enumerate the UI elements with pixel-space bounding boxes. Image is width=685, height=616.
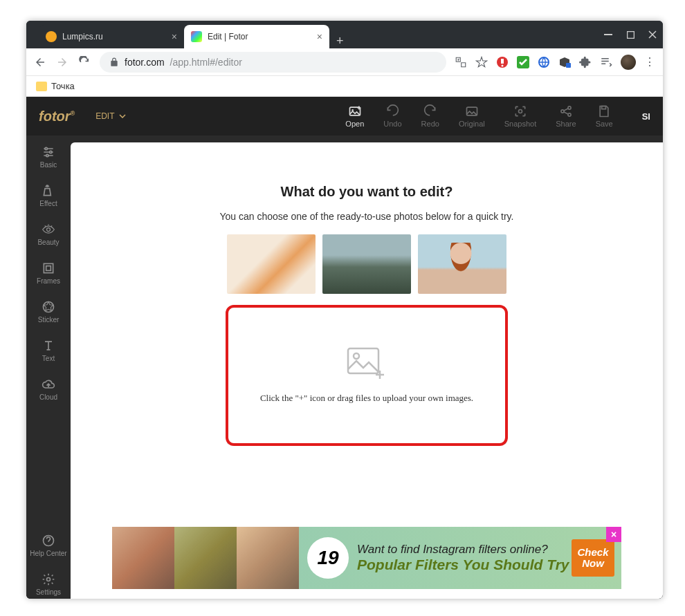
- ext-shield-icon[interactable]: [496, 56, 509, 68]
- sidebar-item-help[interactable]: Help Center: [26, 531, 71, 560]
- svg-point-4: [502, 64, 504, 66]
- reading-list-icon[interactable]: [600, 56, 612, 68]
- mode-selector[interactable]: EDIT: [95, 111, 125, 121]
- svg-rect-7: [566, 63, 571, 68]
- bookmark-tochka[interactable]: Точка: [51, 81, 75, 91]
- minimize-button[interactable]: [603, 30, 613, 39]
- extensions-button[interactable]: [579, 56, 592, 68]
- tool-row: Open Undo Redo Original Snapshot Share S…: [345, 104, 650, 128]
- sample-row: [98, 234, 635, 294]
- ad-line-2: Popular Filters You Should Try: [357, 557, 572, 573]
- redo-button[interactable]: Redo: [421, 104, 439, 128]
- ext-globe-icon[interactable]: [538, 56, 550, 68]
- sample-photo-portrait[interactable]: [418, 234, 506, 294]
- maximize-button[interactable]: [625, 30, 635, 39]
- sample-photo-donuts[interactable]: [227, 234, 316, 294]
- close-window-button[interactable]: [648, 30, 657, 39]
- tab-title: Lumpics.ru: [62, 32, 103, 41]
- svg-point-17: [50, 151, 52, 153]
- ad-number: 19: [307, 537, 349, 579]
- sidebar-item-text[interactable]: Text: [26, 336, 71, 365]
- close-icon[interactable]: ×: [317, 31, 322, 42]
- star-icon[interactable]: [475, 56, 488, 68]
- welcome-subtext: You can choose one of the ready-to-use p…: [98, 211, 635, 222]
- sidebar-item-cloud[interactable]: Cloud: [26, 375, 71, 404]
- url-host: fotor.com: [125, 57, 165, 68]
- close-icon[interactable]: ×: [172, 31, 177, 42]
- snapshot-button[interactable]: Snapshot: [504, 104, 536, 128]
- sign-in-link[interactable]: SI: [642, 111, 650, 122]
- menu-button[interactable]: ⋮: [644, 55, 656, 68]
- ad-face-3: [237, 527, 299, 589]
- svg-point-16: [45, 147, 47, 149]
- fotor-logo[interactable]: fotor®: [39, 109, 75, 124]
- ad-close-button[interactable]: ×: [606, 527, 621, 542]
- extensions-row: ⋮: [455, 55, 656, 70]
- browser-window: Lumpics.ru × Edit | Fotor × + fotor.com/…: [26, 21, 663, 599]
- svg-point-19: [47, 228, 51, 232]
- svg-rect-0: [604, 34, 612, 35]
- tab-lumpics[interactable]: Lumpics.ru ×: [39, 25, 184, 48]
- url-path: /app.html#/editor: [170, 57, 242, 68]
- ad-container: 19 Want to find Instagram filters online…: [71, 527, 663, 592]
- tab-fotor[interactable]: Edit | Fotor ×: [184, 25, 329, 48]
- svg-point-24: [47, 578, 51, 581]
- mode-label: EDIT: [95, 111, 114, 121]
- ad-cta-button[interactable]: Check Now: [572, 539, 614, 577]
- svg-point-11: [519, 110, 522, 113]
- svg-rect-25: [348, 348, 378, 373]
- favicon-fotor: [191, 31, 202, 42]
- ext-cube-icon[interactable]: [558, 56, 571, 68]
- sidebar-item-basic[interactable]: Basic: [26, 142, 71, 171]
- lock-icon: [109, 57, 119, 67]
- reload-button[interactable]: [77, 56, 91, 68]
- folder-icon: [36, 82, 47, 91]
- svg-rect-15: [602, 106, 606, 109]
- titlebar: Lumpics.ru × Edit | Fotor × +: [26, 21, 663, 48]
- sample-photo-landscape[interactable]: [322, 234, 411, 294]
- original-button[interactable]: Original: [459, 104, 485, 128]
- upload-image-icon: [347, 347, 387, 380]
- app-toolbar: fotor® EDIT Open Undo Redo Original Snap…: [26, 97, 663, 136]
- upload-dropzone[interactable]: Click the "+" icon or drag files to uplo…: [227, 306, 506, 445]
- new-tab-button[interactable]: +: [329, 34, 351, 48]
- ad-face-2: [174, 527, 237, 589]
- translate-icon[interactable]: [455, 56, 467, 68]
- sidebar-item-frames[interactable]: Frames: [26, 259, 71, 288]
- svg-rect-3: [501, 59, 504, 64]
- ad-line-1: Want to find Instagram filters online?: [357, 543, 572, 557]
- svg-rect-20: [44, 263, 53, 272]
- ad-face-1: [112, 527, 174, 589]
- save-button[interactable]: Save: [596, 104, 613, 128]
- address-bar: fotor.com/app.html#/editor ⋮: [26, 48, 663, 76]
- ad-text: Want to find Instagram filters online? P…: [357, 543, 572, 573]
- app-body: Basic Effect Beauty Frames Sticker Text …: [26, 136, 663, 599]
- ext-check-icon[interactable]: [517, 56, 529, 68]
- profile-avatar[interactable]: [621, 55, 636, 70]
- sidebar: Basic Effect Beauty Frames Sticker Text …: [26, 136, 71, 599]
- ad-banner[interactable]: 19 Want to find Instagram filters online…: [112, 527, 621, 589]
- sidebar-item-settings[interactable]: Settings: [26, 570, 71, 599]
- svg-point-26: [354, 353, 359, 359]
- url-field[interactable]: fotor.com/app.html#/editor: [100, 52, 446, 73]
- tab-strip: Lumpics.ru × Edit | Fotor × +: [32, 21, 591, 48]
- tab-title: Edit | Fotor: [208, 32, 248, 41]
- back-button[interactable]: [33, 56, 47, 68]
- forward-button[interactable]: [55, 56, 69, 68]
- svg-point-18: [46, 154, 48, 156]
- sidebar-item-effect[interactable]: Effect: [26, 181, 71, 210]
- dropzone-text: Click the "+" icon or drag files to uplo…: [260, 393, 473, 404]
- svg-rect-21: [46, 266, 51, 271]
- welcome-heading: What do you want to edit?: [98, 184, 635, 200]
- undo-button[interactable]: Undo: [383, 104, 401, 128]
- share-button[interactable]: Share: [556, 104, 576, 128]
- sidebar-item-sticker[interactable]: Sticker: [26, 297, 71, 326]
- svg-rect-1: [627, 31, 634, 38]
- svg-point-22: [44, 302, 54, 312]
- sidebar-item-beauty[interactable]: Beauty: [26, 220, 71, 249]
- bookmarks-bar: Точка: [26, 76, 663, 97]
- chevron-down-icon: [119, 114, 126, 118]
- favicon-lumpics: [46, 31, 57, 42]
- open-button[interactable]: Open: [345, 104, 364, 128]
